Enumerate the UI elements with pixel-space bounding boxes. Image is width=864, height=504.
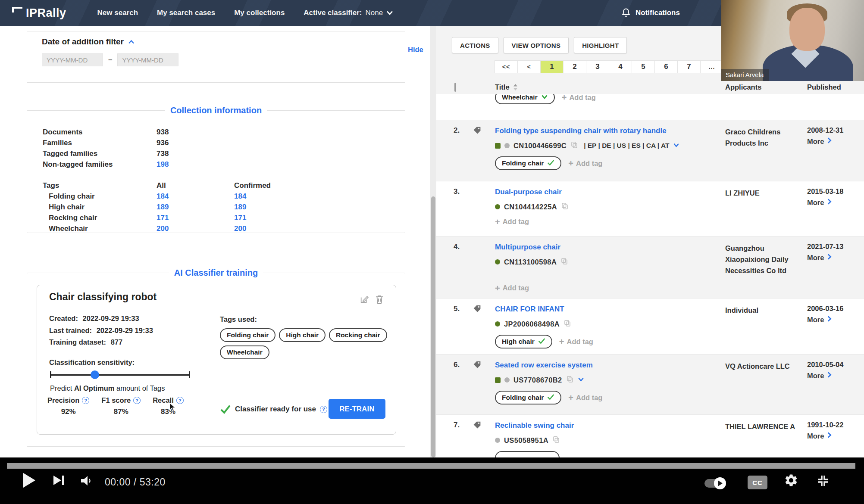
date-from-input[interactable] [42, 53, 103, 66]
scrollbar-thumb[interactable] [431, 196, 435, 457]
patent-title-link[interactable]: CHAIR FOR INFANT [495, 305, 564, 314]
tag-used-chip[interactable]: Rocking chair [329, 328, 387, 342]
more-link[interactable]: More [807, 371, 864, 380]
copy-icon[interactable] [552, 436, 560, 445]
tag-chip[interactable]: Folding chair [495, 391, 561, 404]
applicant-cell: Graco Childrens Products Inc [725, 120, 807, 181]
captions-button[interactable]: CC [748, 476, 767, 489]
webcam-video: Sakari Arvela [721, 0, 864, 81]
tag-count-confirmed[interactable]: 171 [234, 214, 405, 222]
next-button[interactable] [53, 475, 65, 488]
tag-count-confirmed[interactable]: 189 [234, 203, 405, 212]
notifications-button[interactable]: Notifications [621, 0, 680, 26]
volume-button[interactable] [81, 476, 94, 488]
highlight-button[interactable]: HIGHLIGHT [574, 37, 627, 53]
tag-count-confirmed[interactable]: 184 [234, 192, 405, 201]
results-toolbar: ACTIONSVIEW OPTIONSHIGHLIGHT [452, 37, 627, 53]
tag-count-all[interactable]: 189 [157, 203, 234, 212]
tag-icon [473, 307, 482, 314]
edit-icon[interactable] [360, 295, 369, 306]
tag-used-chip[interactable]: Folding chair [220, 328, 275, 342]
copy-icon[interactable] [566, 375, 574, 385]
expand-chevron-icon[interactable] [578, 376, 584, 384]
page-4[interactable]: 4 [609, 60, 632, 73]
tag-count-all[interactable]: 184 [157, 192, 234, 201]
active-classifier-dropdown[interactable]: Active classifier: None [304, 9, 393, 17]
plus-icon: + [559, 338, 564, 345]
retrain-button[interactable]: RE-TRAIN [329, 399, 385, 419]
patent-title-link[interactable]: Multipurpose chair [495, 243, 560, 252]
iprally-logo[interactable]: IPRally [12, 0, 66, 26]
select-all-checkbox[interactable] [454, 83, 456, 92]
seek-bar[interactable] [7, 463, 855, 469]
page-...[interactable]: ... [700, 60, 723, 73]
chevron-up-icon[interactable] [128, 40, 135, 44]
tag-used-chip[interactable]: High chair [279, 328, 326, 342]
more-link[interactable]: More [807, 198, 864, 207]
page-2[interactable]: 2 [563, 60, 586, 73]
add-tag-button[interactable]: +Add tag [495, 284, 529, 292]
training-dataset-value: 877 [111, 338, 123, 346]
page-5[interactable]: 5 [632, 60, 655, 73]
patent-title-link[interactable]: Seated row exercise system [495, 361, 593, 370]
add-tag-button[interactable]: +Add tag [562, 94, 596, 102]
more-link[interactable]: More [807, 432, 864, 440]
last-trained-value: 2022-09-29 19:33 [97, 327, 153, 334]
slider-thumb[interactable] [91, 370, 99, 379]
copy-icon[interactable] [563, 319, 571, 329]
stat-value[interactable]: 198 [157, 160, 234, 169]
patent-title-link[interactable]: Folding type suspending chair with rotar… [495, 126, 667, 136]
page-<[interactable]: < [517, 60, 541, 73]
add-tag-button[interactable]: +Add tag [559, 338, 593, 346]
page-1[interactable]: 1 [540, 60, 563, 73]
date-to-input[interactable] [117, 53, 178, 66]
copy-icon[interactable] [560, 257, 568, 267]
vertical-scrollbar[interactable] [430, 26, 436, 457]
tag-count-all[interactable]: 200 [157, 224, 234, 233]
nav-item-my-search-cases[interactable]: My search cases [157, 9, 215, 17]
autoplay-toggle[interactable] [704, 479, 724, 488]
copy-icon[interactable] [561, 202, 569, 212]
help-icon[interactable]: ? [82, 397, 89, 404]
help-icon[interactable]: ? [176, 397, 184, 404]
more-link[interactable]: More [807, 137, 864, 146]
page-<<[interactable]: << [495, 60, 518, 73]
tag-count-confirmed[interactable]: 200 [234, 224, 405, 233]
tag-count-all[interactable]: 171 [157, 214, 234, 222]
tag-chip[interactable] [495, 451, 560, 457]
chevron-down-icon [386, 10, 393, 16]
add-tag-button[interactable]: +Add tag [568, 159, 602, 168]
delete-icon[interactable] [375, 295, 384, 306]
tag-chip[interactable]: High chair [495, 335, 552, 348]
play-button[interactable] [23, 473, 35, 489]
row-number [454, 94, 473, 120]
tag-chip[interactable]: Wheelchair [495, 94, 555, 104]
confirmed-col-header: Confirmed [234, 181, 405, 190]
tag-chip[interactable]: Folding chair [495, 156, 561, 170]
tag-used-chip[interactable]: Wheelchair [220, 345, 269, 359]
help-icon[interactable]: ? [133, 397, 141, 404]
more-link[interactable]: More [807, 253, 864, 262]
nav-item-new-search[interactable]: New search [97, 9, 138, 17]
page-6[interactable]: 6 [654, 60, 678, 73]
more-link[interactable]: More [807, 315, 864, 324]
patent-number: CN104414225A [504, 203, 557, 211]
page-3[interactable]: 3 [586, 60, 609, 73]
hide-link[interactable]: Hide [408, 46, 423, 54]
page-7[interactable]: 7 [677, 60, 701, 73]
patent-number: CN113100598A [504, 258, 557, 266]
copy-icon[interactable] [570, 141, 578, 151]
help-icon[interactable]: ? [320, 406, 327, 413]
patent-title-link[interactable]: Dual-purpose chair [495, 187, 562, 197]
view-options-button[interactable]: VIEW OPTIONS [504, 37, 569, 53]
patent-title-link[interactable]: Reclinable swing chair [495, 421, 574, 430]
sort-icon[interactable] [513, 84, 518, 91]
actions-button[interactable]: ACTIONS [452, 37, 498, 53]
add-tag-button[interactable]: +Add tag [568, 394, 602, 402]
sensitivity-slider[interactable] [50, 370, 190, 380]
expand-chevron-icon[interactable] [673, 142, 679, 149]
nav-item-my-collections[interactable]: My collections [234, 9, 285, 17]
settings-gear-icon[interactable] [784, 473, 798, 489]
exit-fullscreen-icon[interactable] [816, 474, 830, 489]
add-tag-button[interactable]: +Add tag [495, 218, 529, 226]
